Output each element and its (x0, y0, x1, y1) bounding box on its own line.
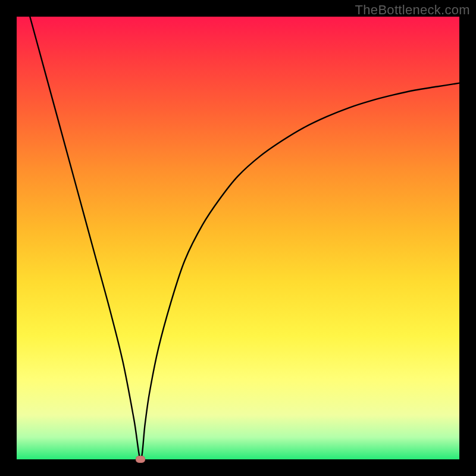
curve-path (30, 17, 459, 459)
bottleneck-curve (17, 17, 459, 459)
watermark-text: TheBottleneck.com (355, 2, 470, 18)
plot-area (17, 17, 459, 459)
bottleneck-point-marker (136, 456, 145, 463)
